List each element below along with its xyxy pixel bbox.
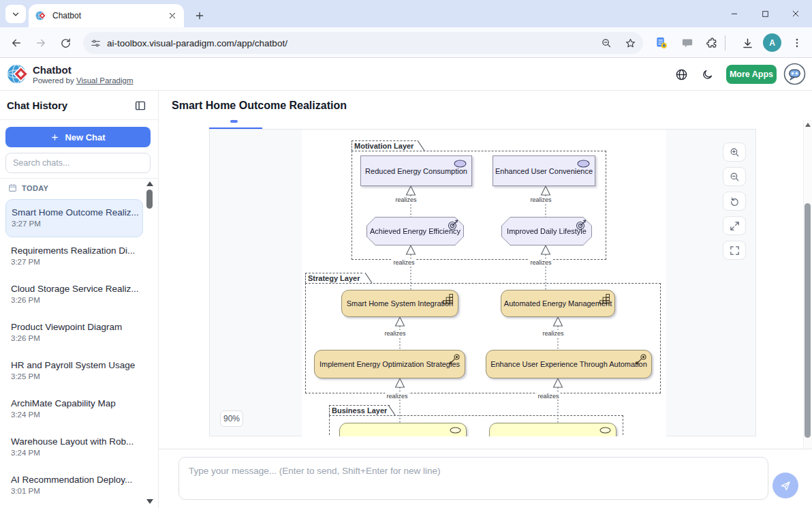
chat-history-item[interactable]: ArchiMate Capability Map3:24 PM: [5, 394, 143, 430]
sidebar-scroll-down-arrow[interactable]: [146, 499, 153, 504]
bookmark-star-icon[interactable]: [625, 38, 636, 49]
chat-history-item[interactable]: AI Recommendation Deploy...3:01 PM: [5, 470, 143, 506]
browser-menu-kebab-icon[interactable]: [787, 33, 807, 53]
realizes-label: realizes: [541, 330, 565, 337]
business-service-icon: [599, 427, 611, 434]
back-button[interactable]: [7, 33, 26, 53]
capability-node[interactable]: Automated Energy Management: [501, 290, 615, 317]
realizes-label: realizes: [392, 259, 416, 266]
diagram-expand-button[interactable]: [723, 216, 746, 235]
downloads-icon[interactable]: [738, 33, 757, 53]
sidebar-scrollbar-thumb[interactable]: [146, 190, 153, 209]
visual-paradigm-logo: [7, 63, 29, 85]
chevron-down-icon: [11, 10, 20, 19]
business-service-node[interactable]: [339, 423, 467, 436]
outcome-target-icon: [448, 220, 458, 230]
goal-node[interactable]: Reduced Energy Consumption: [360, 155, 472, 186]
outcome-node[interactable]: Improved Daily Lifestyle: [501, 217, 592, 245]
realizes-label: realizes: [529, 196, 552, 203]
visual-paradigm-link[interactable]: Visual Paradigm: [76, 76, 134, 85]
active-tab-fragment[interactable]: [230, 120, 238, 123]
diagram-zoom-out-button[interactable]: [723, 167, 746, 186]
site-settings-icon[interactable]: [90, 38, 102, 49]
sidebar-scroll-up-arrow[interactable]: [146, 181, 153, 186]
realizes-label: realizes: [383, 330, 407, 337]
window-minimize-button[interactable]: [723, 5, 746, 22]
app-window: Chatbot ai-toolbox.visual-paradigm.com/a…: [0, 0, 812, 508]
calendar-icon: [8, 183, 17, 192]
goal-icon: [454, 160, 467, 168]
app-title: Chatbot: [33, 64, 72, 76]
chat-history-item[interactable]: HR and Payroll System Usage3:25 PM: [5, 356, 143, 391]
tab-close-icon[interactable]: [168, 11, 177, 20]
today-section-header: TODAY: [8, 183, 48, 192]
realizes-label: realizes: [394, 196, 418, 203]
zoom-level-badge: 90%: [220, 410, 243, 427]
url-text: ai-toolbox.visual-paradigm.com/app/chatb…: [107, 38, 601, 48]
realizes-label: realizes: [536, 393, 560, 400]
sidebar-divider: [158, 91, 159, 508]
favicon-visual-paradigm: [35, 10, 46, 21]
message-input[interactable]: [178, 457, 768, 500]
extensions-puzzle-icon[interactable]: [702, 33, 721, 53]
plus-icon: [50, 133, 59, 142]
sidebar-divider-line2: [0, 178, 158, 179]
course-of-action-icon: [636, 354, 646, 365]
dark-mode-moon-icon[interactable]: [702, 69, 713, 80]
capability-icon: [599, 294, 610, 304]
language-globe-icon[interactable]: [675, 68, 688, 81]
chat-history-item[interactable]: Cloud Storage Service Realiz...3:26 PM: [5, 280, 143, 315]
app-header: [0, 58, 812, 91]
business-service-icon: [450, 427, 461, 434]
chat-history-item[interactable]: Smart Home Outcome Realiz...3:27 PM: [5, 199, 143, 237]
archimate-diagram[interactable]: Motivation Layer Strategy Layer Business…: [302, 130, 666, 436]
chat-history-title: Chat History: [7, 100, 67, 111]
capability-icon: [443, 294, 453, 304]
window-close-button[interactable]: [784, 5, 807, 22]
send-button[interactable]: [772, 473, 798, 498]
diagram-fullscreen-button[interactable]: [723, 241, 746, 260]
realizes-label: realizes: [385, 393, 409, 400]
business-service-node[interactable]: [489, 423, 616, 436]
translate-download-icon[interactable]: [652, 33, 671, 53]
page-title: Smart Home Outcome Realization: [172, 100, 347, 112]
main-scroll-up-arrow[interactable]: [805, 123, 811, 127]
realizes-label: realizes: [529, 259, 552, 266]
diagram-zoom-in-button[interactable]: [723, 143, 746, 162]
chatbot-assistant-icon[interactable]: [783, 63, 806, 85]
browser-tab[interactable]: Chatbot: [29, 4, 184, 27]
goal-node[interactable]: Enhanced User Convenience: [493, 155, 595, 186]
diagram-reset-view-button[interactable]: [723, 192, 746, 211]
search-input[interactable]: [5, 153, 151, 173]
outcome-node[interactable]: Achieved Energy Efficiency: [366, 217, 464, 245]
course-of-action-node[interactable]: Enhance User Experience Through Automati…: [486, 350, 652, 378]
url-bar[interactable]: ai-toolbox.visual-paradigm.com/app/chatb…: [83, 32, 643, 54]
collapse-sidebar-icon[interactable]: [134, 100, 146, 112]
new-tab-button[interactable]: [191, 7, 208, 25]
profile-avatar[interactable]: A: [763, 33, 781, 52]
chat-history-item[interactable]: Requirements Realization Di...3:27 PM: [5, 241, 143, 277]
zoom-out-page-icon[interactable]: [601, 38, 612, 49]
reload-button[interactable]: [56, 33, 75, 53]
forward-button[interactable]: [31, 33, 50, 53]
goal-icon: [577, 160, 590, 168]
main-scrollbar-thumb[interactable]: [805, 203, 811, 438]
capability-node[interactable]: Smart Home System Integration: [341, 290, 458, 317]
side-panel-comment-icon[interactable]: [678, 33, 697, 53]
window-maximize-button[interactable]: [753, 5, 777, 22]
powered-by: Powered by Visual Paradigm: [33, 76, 133, 85]
realization-connectors: [302, 130, 666, 436]
send-plane-icon: [779, 479, 792, 492]
chat-history-item[interactable]: Product Viewpoint Diagram3:26 PM: [5, 318, 143, 353]
tab-search-chevron-button[interactable]: [5, 5, 26, 23]
course-of-action-node[interactable]: Implement Energy Optimization Strategies: [314, 350, 465, 378]
sidebar-divider-line: [0, 119, 158, 120]
toolbar-separator: [725, 35, 725, 50]
new-chat-button[interactable]: New Chat: [5, 127, 151, 147]
tab-title: Chatbot: [52, 11, 168, 20]
course-of-action-icon: [449, 354, 460, 365]
outcome-target-icon: [576, 220, 587, 230]
chat-history-item[interactable]: Warehouse Layout with Rob...3:24 PM: [5, 432, 143, 468]
more-apps-button[interactable]: More Apps: [726, 65, 777, 84]
